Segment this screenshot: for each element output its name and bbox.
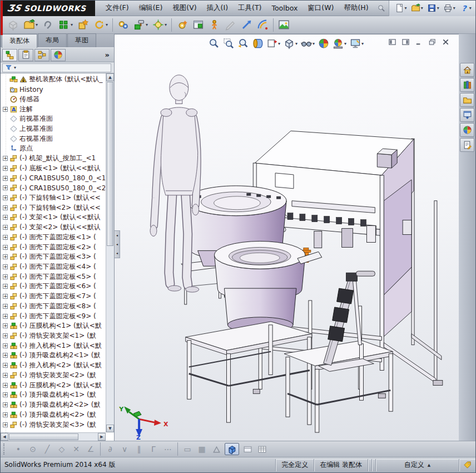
expand-toggle[interactable]: + <box>3 402 8 407</box>
zoom-to-fit-icon[interactable] <box>208 37 220 50</box>
selection-grid-icon[interactable] <box>255 443 269 455</box>
section-view-icon[interactable] <box>251 37 264 50</box>
print-icon[interactable]: ▾ <box>442 3 457 13</box>
configurationmanager-tab[interactable] <box>34 49 49 61</box>
snap-points-icon[interactable]: • <box>11 443 26 455</box>
hide-show-items-icon[interactable]: ▾ <box>300 37 315 50</box>
tree-item[interactable]: +(-) 顶升吸盘机构<1> (默 <box>1 390 105 400</box>
expand-toggle[interactable]: + <box>3 245 8 250</box>
dropdown-arrow-icon[interactable]: ▾ <box>437 6 439 11</box>
open-icon[interactable]: ▾ <box>410 3 424 13</box>
displaymanager-tab[interactable] <box>51 49 66 61</box>
take-snapshot-icon[interactable] <box>276 18 291 32</box>
dropdown-arrow-icon[interactable]: ▾ <box>278 41 280 46</box>
tree-item[interactable]: +(-) 面壳下盖固定板<1> ( <box>1 233 105 243</box>
tree-vertical-scrollbar[interactable]: ▲ ▼ <box>106 73 114 432</box>
snap-grid-icon[interactable]: ▦ <box>195 443 209 455</box>
pane-right-button[interactable] <box>401 38 410 48</box>
snap-angle-snap-icon[interactable] <box>209 443 224 455</box>
snap-hv-icon[interactable]: Γ <box>146 443 161 455</box>
tree-item[interactable]: 上视基准面 <box>1 124 105 134</box>
expand-toggle[interactable]: + <box>3 392 8 397</box>
tree-horizontal-scrollbar[interactable]: ◀ ▶ <box>1 432 106 441</box>
tree-item[interactable]: +(-) 机架_默认_按加工_<1 <box>1 154 105 164</box>
expand-toggle[interactable]: + <box>3 185 8 190</box>
model-human-figure[interactable] <box>150 75 199 292</box>
dropdown-arrow-icon[interactable]: ▾ <box>405 6 407 11</box>
dropdown-arrow-icon[interactable]: ▾ <box>146 22 148 27</box>
expand-toggle[interactable]: + <box>3 314 8 319</box>
dropdown-arrow-icon[interactable]: ▾ <box>71 22 73 27</box>
dropdown-arrow-icon[interactable]: ▾ <box>453 6 455 11</box>
view-settings-icon[interactable]: ▾ <box>349 37 364 50</box>
tab-layout[interactable]: 布局 <box>38 33 67 47</box>
expand-toggle[interactable]: + <box>3 166 8 171</box>
tree-item[interactable]: +(-) 推入机构<2> (默认<默 <box>1 361 105 371</box>
expand-toggle[interactable]: + <box>3 215 8 220</box>
expand-toggle[interactable]: + <box>3 422 8 427</box>
dropdown-arrow-icon[interactable]: ▾ <box>361 41 364 46</box>
tree-item[interactable]: +(-) 面壳下盖固定板<8> ( <box>1 302 105 312</box>
tree-filter[interactable]: ▾ <box>2 63 111 72</box>
menu-tools[interactable]: 工具(T) <box>233 1 266 16</box>
shaded-with-edges-button[interactable] <box>225 443 239 455</box>
tree-item[interactable]: +(-) 下旋转轴<2> (默认<< <box>1 203 105 213</box>
dropdown-arrow-icon[interactable]: ▾ <box>344 41 346 46</box>
tree-item[interactable]: +(-) 底板<1> (默认<<默认 <box>1 163 105 173</box>
snap-tangent-icon[interactable]: ∂ <box>103 443 117 455</box>
child-restore-button[interactable] <box>428 38 437 48</box>
expand-toggle[interactable]: + <box>3 363 8 368</box>
scroll-up-arrow[interactable]: ▲ <box>106 73 114 81</box>
menu-toolbox[interactable]: Toolbox <box>266 1 303 16</box>
dropdown-arrow-icon[interactable]: ▾ <box>469 6 472 11</box>
previous-view-icon[interactable] <box>237 37 249 50</box>
expand-toggle[interactable]: + <box>3 235 8 240</box>
status-tag-cell[interactable] <box>459 459 475 471</box>
menu-help[interactable]: 帮助(H) <box>339 1 373 16</box>
viewport-canvas[interactable]: X Y Z <box>115 35 459 441</box>
scroll-left-arrow[interactable]: ◀ <box>1 433 8 441</box>
dropdown-arrow-icon[interactable]: ▾ <box>421 6 423 11</box>
tree-item[interactable]: +(-) 支架<2> (默认<<默认 <box>1 223 105 233</box>
model-table-stand-2[interactable] <box>284 341 393 432</box>
exploded-view-icon[interactable] <box>207 18 222 32</box>
expand-toggle[interactable]: + <box>3 383 8 388</box>
snap-length-icon[interactable]: ▭ <box>180 443 195 455</box>
menu-window[interactable]: 窗口(W) <box>303 1 339 16</box>
tree-item[interactable]: 右视基准面 <box>1 134 105 144</box>
snap-angle-icon[interactable]: ∠ <box>83 443 98 455</box>
snap-center-icon[interactable]: ⊙ <box>26 443 40 455</box>
instant3d-icon[interactable] <box>239 18 254 32</box>
reference-geometry-icon[interactable]: ▾ <box>151 18 168 32</box>
scroll-thumb-h[interactable] <box>9 433 78 440</box>
save-icon[interactable]: ▾ <box>426 3 440 13</box>
edit-appearance-icon[interactable] <box>318 37 330 50</box>
dropdown-arrow-icon[interactable]: ▾ <box>36 22 38 27</box>
expand-toggle[interactable]: + <box>3 254 8 259</box>
insert-components-icon[interactable] <box>6 18 21 32</box>
snap-quadrant-icon[interactable]: ◇ <box>54 443 69 455</box>
tree-item[interactable]: +(-) 压膜机构<2> (默认<默 <box>1 380 105 390</box>
expand-toggle[interactable]: + <box>3 225 8 230</box>
move-component-icon[interactable]: ▾ <box>92 18 110 32</box>
show-hidden-components-icon[interactable] <box>116 18 131 32</box>
expand-toggle[interactable]: + <box>3 284 8 289</box>
tree-item[interactable]: +(-) CRA1BSU50_180_0_<1> <box>1 173 105 183</box>
smart-fasteners-icon[interactable] <box>76 18 91 32</box>
expand-toggle[interactable]: + <box>3 176 8 181</box>
tree-item[interactable]: +(-) CRA1BSU50_180_0_<2> <box>1 183 105 193</box>
tree-item[interactable]: +(-) 面壳下盖固定板<6> ( <box>1 282 105 292</box>
tree-item[interactable]: +(-) 面壳下盖固定板<7> ( <box>1 292 105 302</box>
menu-file[interactable]: 文件(F) <box>101 1 134 16</box>
snap-perpendicular-icon[interactable]: ∨ <box>117 443 132 455</box>
tree-item[interactable]: +A注解 <box>1 104 105 114</box>
scroll-down-arrow[interactable]: ▼ <box>106 425 114 432</box>
expand-toggle[interactable]: + <box>3 333 8 338</box>
appearances-scenes-icon[interactable] <box>460 123 474 137</box>
assembly-features-icon[interactable]: ▾ <box>132 18 150 32</box>
snap-points-only-icon[interactable]: ⋯ <box>161 443 175 455</box>
view-orientation-icon[interactable]: ▾ <box>266 37 281 50</box>
panel-splitter-handle[interactable]: ◂◂◂ <box>115 230 120 258</box>
dropdown-arrow-icon[interactable]: ▾ <box>106 22 108 27</box>
expand-toggle[interactable]: + <box>3 323 8 328</box>
